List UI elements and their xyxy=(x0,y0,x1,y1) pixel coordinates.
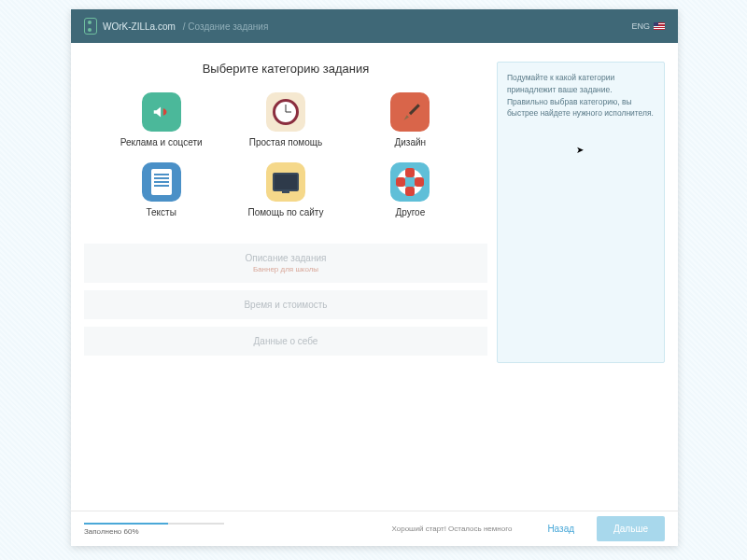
logo-icon xyxy=(84,18,97,35)
status-message: Хороший старт! Осталось немного xyxy=(392,525,513,533)
category-label: Тексты xyxy=(146,207,176,217)
category-texts[interactable]: Тексты xyxy=(103,159,219,221)
category-section: Выберите категорию задания Реклама и соц… xyxy=(84,56,487,363)
megaphone-icon xyxy=(142,92,181,132)
footer-bar: Заполнено 60% Хороший старт! Осталось не… xyxy=(71,511,678,546)
progress-bar xyxy=(84,523,224,525)
clock-icon xyxy=(266,92,305,132)
header-bar: WOrK-ZILLa.com / Создание задания ENG xyxy=(71,9,678,43)
progress: Заполнено 60% xyxy=(84,523,224,536)
category-simple-help[interactable]: Простая помощь xyxy=(227,89,344,151)
category-other[interactable]: Другое xyxy=(352,159,469,221)
section-personal-data[interactable]: Данные о себе xyxy=(84,327,487,356)
category-label: Помощь по сайту xyxy=(247,207,323,217)
section-title: Выберите категорию задания xyxy=(84,62,487,76)
next-button[interactable]: Дальше xyxy=(597,516,665,541)
section-description[interactable]: Описание задания Баннер для школы xyxy=(84,244,487,283)
category-grid: Реклама и соцсети Простая помощь Дизайн xyxy=(84,89,487,221)
brush-icon xyxy=(390,92,430,132)
document-icon xyxy=(142,162,181,202)
body: Выберите категорию задания Реклама и соц… xyxy=(71,43,678,510)
collapsed-sections: Описание задания Баннер для школы Время … xyxy=(84,244,487,356)
breadcrumb: / Создание задания xyxy=(183,21,269,32)
category-label: Простая помощь xyxy=(249,137,322,147)
app-window: WOrK-ZILLa.com / Создание задания ENG Вы… xyxy=(71,9,678,546)
lang-label: ENG xyxy=(631,21,650,31)
flag-icon xyxy=(654,22,665,30)
logo[interactable]: WOrK-ZILLa.com xyxy=(84,18,176,35)
language-switcher[interactable]: ENG xyxy=(631,21,665,31)
category-advertising[interactable]: Реклама и соцсети xyxy=(103,89,219,151)
back-button[interactable]: Назад xyxy=(530,516,591,541)
logo-text: WOrK-ZILLa.com xyxy=(103,21,176,32)
category-design[interactable]: Дизайн xyxy=(352,89,469,151)
category-label: Другое xyxy=(395,207,425,217)
hint-tooltip: Подумайте к какой категории принадлежит … xyxy=(497,62,665,363)
category-website-help[interactable]: Помощь по сайту xyxy=(227,159,344,221)
category-label: Дизайн xyxy=(395,137,427,147)
progress-fill xyxy=(84,523,168,525)
section-time-cost[interactable]: Время и стоимость xyxy=(84,290,487,319)
monitor-icon xyxy=(266,162,305,202)
lifebuoy-icon xyxy=(390,162,430,202)
category-label: Реклама и соцсети xyxy=(120,137,203,147)
progress-label: Заполнено 60% xyxy=(84,527,224,536)
